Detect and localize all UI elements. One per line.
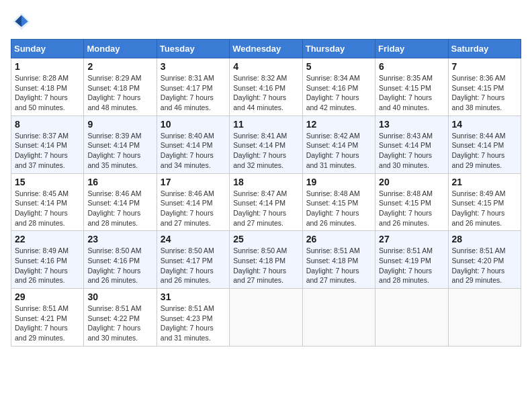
calendar-cell: 16Sunrise: 8:46 AMSunset: 4:14 PMDayligh… [84,173,157,231]
day-info: Sunrise: 8:44 AMSunset: 4:14 PMDaylight:… [452,131,517,171]
calendar-cell: 24Sunrise: 8:50 AMSunset: 4:17 PMDayligh… [157,231,229,289]
day-info: Sunrise: 8:41 AMSunset: 4:14 PMDaylight:… [233,131,298,171]
day-info: Sunrise: 8:29 AMSunset: 4:18 PMDaylight:… [87,73,152,113]
day-number: 11 [233,119,298,130]
day-number: 25 [233,234,298,244]
day-number: 5 [306,61,371,72]
page-header [11,11,521,32]
calendar-cell [302,289,375,347]
day-info: Sunrise: 8:48 AMSunset: 4:15 PMDaylight:… [379,189,444,228]
day-number: 27 [379,234,444,244]
day-number: 28 [452,234,517,244]
day-number: 14 [452,119,517,130]
calendar-cell: 29Sunrise: 8:51 AMSunset: 4:21 PMDayligh… [11,289,84,347]
day-info: Sunrise: 8:32 AMSunset: 4:16 PMDaylight:… [233,73,298,113]
calendar-cell: 4Sunrise: 8:32 AMSunset: 4:16 PMDaylight… [230,58,302,116]
day-header-saturday: Saturday [448,40,521,58]
day-number: 3 [161,61,226,72]
day-number: 10 [161,119,226,130]
calendar-cell: 1Sunrise: 8:28 AMSunset: 4:18 PMDaylight… [11,58,84,116]
day-number: 23 [87,234,152,244]
calendar-cell: 2Sunrise: 8:29 AMSunset: 4:18 PMDaylight… [84,58,157,116]
calendar-cell: 20Sunrise: 8:48 AMSunset: 4:15 PMDayligh… [375,173,448,231]
calendar-cell: 11Sunrise: 8:41 AMSunset: 4:14 PMDayligh… [230,116,302,173]
calendar-cell: 12Sunrise: 8:42 AMSunset: 4:14 PMDayligh… [302,116,375,173]
logo-icon [11,11,32,32]
day-number: 21 [452,177,517,187]
day-info: Sunrise: 8:51 AMSunset: 4:23 PMDaylight:… [161,304,226,343]
day-info: Sunrise: 8:34 AMSunset: 4:16 PMDaylight:… [306,73,371,113]
day-number: 26 [306,234,371,244]
day-info: Sunrise: 8:43 AMSunset: 4:14 PMDaylight:… [379,131,444,171]
calendar-cell: 30Sunrise: 8:51 AMSunset: 4:22 PMDayligh… [84,289,157,347]
calendar-table: SundayMondayTuesdayWednesdayThursdayFrid… [11,39,521,347]
day-number: 12 [306,119,371,130]
day-number: 31 [161,291,226,302]
calendar-cell: 22Sunrise: 8:49 AMSunset: 4:16 PMDayligh… [11,231,84,289]
day-number: 9 [87,119,152,130]
day-header-thursday: Thursday [302,40,375,58]
calendar-cell: 27Sunrise: 8:51 AMSunset: 4:19 PMDayligh… [375,231,448,289]
day-number: 7 [452,61,517,72]
day-number: 6 [379,61,444,72]
calendar-cell [375,289,448,347]
calendar-cell: 15Sunrise: 8:45 AMSunset: 4:14 PMDayligh… [11,173,84,231]
day-info: Sunrise: 8:42 AMSunset: 4:14 PMDaylight:… [306,131,371,171]
calendar-cell: 8Sunrise: 8:37 AMSunset: 4:14 PMDaylight… [11,116,84,173]
day-number: 17 [161,177,226,187]
day-number: 18 [233,177,298,187]
day-header-monday: Monday [84,40,157,58]
calendar-cell: 13Sunrise: 8:43 AMSunset: 4:14 PMDayligh… [375,116,448,173]
day-info: Sunrise: 8:28 AMSunset: 4:18 PMDaylight:… [15,73,80,113]
day-number: 24 [161,234,226,244]
day-header-wednesday: Wednesday [230,40,302,58]
calendar-cell: 3Sunrise: 8:31 AMSunset: 4:17 PMDaylight… [157,58,229,116]
day-number: 30 [87,291,152,302]
calendar-cell: 18Sunrise: 8:47 AMSunset: 4:14 PMDayligh… [230,173,302,231]
day-info: Sunrise: 8:47 AMSunset: 4:14 PMDaylight:… [233,189,298,228]
day-info: Sunrise: 8:36 AMSunset: 4:15 PMDaylight:… [452,73,517,113]
calendar-week-row: 15Sunrise: 8:45 AMSunset: 4:14 PMDayligh… [11,173,521,231]
calendar-week-row: 8Sunrise: 8:37 AMSunset: 4:14 PMDaylight… [11,116,521,173]
calendar-cell: 6Sunrise: 8:35 AMSunset: 4:15 PMDaylight… [375,58,448,116]
calendar-cell: 5Sunrise: 8:34 AMSunset: 4:16 PMDaylight… [302,58,375,116]
calendar-cell: 7Sunrise: 8:36 AMSunset: 4:15 PMDaylight… [448,58,521,116]
calendar-cell: 19Sunrise: 8:48 AMSunset: 4:15 PMDayligh… [302,173,375,231]
calendar-cell: 25Sunrise: 8:50 AMSunset: 4:18 PMDayligh… [230,231,302,289]
calendar-cell [230,289,302,347]
day-number: 22 [15,234,80,244]
calendar-week-row: 29Sunrise: 8:51 AMSunset: 4:21 PMDayligh… [11,289,521,347]
day-number: 19 [306,177,371,187]
day-info: Sunrise: 8:49 AMSunset: 4:16 PMDaylight:… [15,246,80,285]
day-info: Sunrise: 8:46 AMSunset: 4:14 PMDaylight:… [161,189,226,228]
day-number: 8 [15,119,80,130]
day-info: Sunrise: 8:46 AMSunset: 4:14 PMDaylight:… [87,189,152,228]
logo [11,11,35,32]
day-number: 15 [15,177,80,187]
day-info: Sunrise: 8:51 AMSunset: 4:19 PMDaylight:… [379,246,444,285]
day-header-sunday: Sunday [11,40,84,58]
day-info: Sunrise: 8:50 AMSunset: 4:17 PMDaylight:… [161,246,226,285]
calendar-cell: 10Sunrise: 8:40 AMSunset: 4:14 PMDayligh… [157,116,229,173]
calendar-week-row: 1Sunrise: 8:28 AMSunset: 4:18 PMDaylight… [11,58,521,116]
calendar-header-row: SundayMondayTuesdayWednesdayThursdayFrid… [11,40,521,58]
day-info: Sunrise: 8:40 AMSunset: 4:14 PMDaylight:… [161,131,226,171]
calendar-cell: 26Sunrise: 8:51 AMSunset: 4:18 PMDayligh… [302,231,375,289]
day-info: Sunrise: 8:50 AMSunset: 4:16 PMDaylight:… [87,246,152,285]
day-number: 13 [379,119,444,130]
calendar-cell: 21Sunrise: 8:49 AMSunset: 4:15 PMDayligh… [448,173,521,231]
day-info: Sunrise: 8:39 AMSunset: 4:14 PMDaylight:… [87,131,152,171]
calendar-cell: 28Sunrise: 8:51 AMSunset: 4:20 PMDayligh… [448,231,521,289]
day-number: 1 [15,61,80,72]
day-info: Sunrise: 8:51 AMSunset: 4:21 PMDaylight:… [15,304,80,343]
day-info: Sunrise: 8:35 AMSunset: 4:15 PMDaylight:… [379,73,444,113]
day-info: Sunrise: 8:49 AMSunset: 4:15 PMDaylight:… [452,189,517,228]
calendar-cell: 31Sunrise: 8:51 AMSunset: 4:23 PMDayligh… [157,289,229,347]
day-info: Sunrise: 8:48 AMSunset: 4:15 PMDaylight:… [306,189,371,228]
calendar-cell: 17Sunrise: 8:46 AMSunset: 4:14 PMDayligh… [157,173,229,231]
calendar-cell [448,289,521,347]
calendar-cell: 23Sunrise: 8:50 AMSunset: 4:16 PMDayligh… [84,231,157,289]
day-info: Sunrise: 8:37 AMSunset: 4:14 PMDaylight:… [15,131,80,171]
day-info: Sunrise: 8:50 AMSunset: 4:18 PMDaylight:… [233,246,298,285]
day-header-friday: Friday [375,40,448,58]
